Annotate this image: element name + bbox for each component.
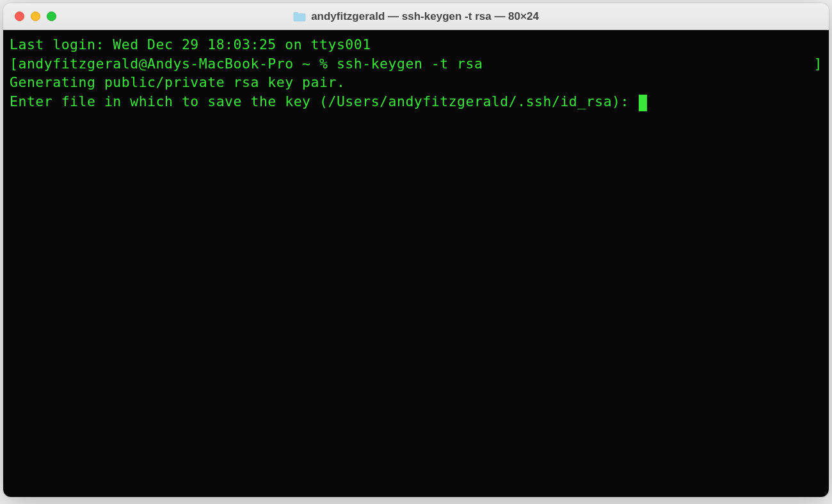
output-line-1: Generating public/private rsa key pair. [10, 73, 822, 92]
prompt-close-bracket: ] [814, 54, 822, 74]
title-center: andyfitzgerald — ssh-keygen -t rsa — 80×… [293, 10, 539, 23]
title-bar[interactable]: andyfitzgerald — ssh-keygen -t rsa — 80×… [3, 3, 829, 30]
window-controls [3, 12, 56, 21]
terminal-content[interactable]: Last login: Wed Dec 29 18:03:25 on ttys0… [3, 30, 829, 497]
close-button[interactable] [15, 12, 24, 21]
prompt-line: [andyfitzgerald@Andys-MacBook-Pro ~ % ss… [10, 54, 822, 74]
minimize-button[interactable] [31, 12, 40, 21]
window-title: andyfitzgerald — ssh-keygen -t rsa — 80×… [311, 10, 539, 23]
prompt-text: andyfitzgerald@Andys-MacBook-Pro ~ % [18, 56, 336, 72]
folder-icon [293, 12, 306, 22]
prompt-open-bracket: [ [10, 56, 18, 72]
output-line-2: Enter file in which to save the key (/Us… [10, 93, 637, 109]
cursor [639, 95, 647, 111]
output-prompt-line: Enter file in which to save the key (/Us… [10, 92, 822, 111]
terminal-window: andyfitzgerald — ssh-keygen -t rsa — 80×… [3, 3, 829, 497]
last-login-line: Last login: Wed Dec 29 18:03:25 on ttys0… [10, 35, 822, 54]
zoom-button[interactable] [47, 12, 56, 21]
command-text: ssh-keygen -t rsa [337, 56, 483, 72]
